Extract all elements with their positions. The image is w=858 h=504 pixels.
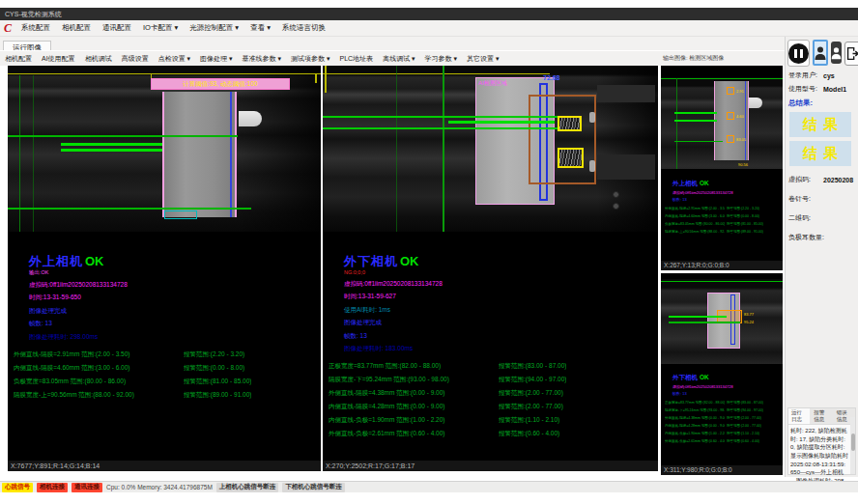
result-block-lower: 外下相机OK NG:0;0;0 虚拟码:0ff1iim2025020813313… [329, 253, 654, 443]
measure-line-green [323, 116, 558, 118]
time-line: 时间:13-31-59-650 [29, 294, 317, 302]
toolbar-item[interactable]: 基准线参数 ▾ [238, 54, 286, 64]
toolbar-item[interactable]: 相机配置 [0, 54, 37, 64]
measurement-row: 隔膜宽度-下=95.24mm 范围:(93.00 - 98.00) 报警范围:(… [665, 408, 781, 416]
log-scrollbar-thumb[interactable] [851, 434, 855, 452]
status-ok: OK [85, 254, 104, 268]
log-tab-alarm[interactable]: 报警信息 [811, 408, 832, 424]
measurement-row: 隔膜宽度-上=90.56mm 范围:(88.00 - 92.00) 报警范围:(… [14, 391, 317, 405]
measurement-text: 负极宽度=83.05mm 范围:(80.00 - 86.00) [14, 378, 180, 391]
annotation-value: 2.91 [736, 89, 744, 94]
toolbar-item[interactable]: 高级设置 [117, 54, 154, 64]
measurement-row: 隔膜宽度-上=90.56mm 范围:(88.00 - 92.00) 报警范围:(… [665, 230, 781, 238]
operator-button[interactable] [831, 42, 842, 64]
login-user-label: 登录用户: [788, 70, 823, 80]
measurement-alarm: 报警范围:(2.20 - 3.20) [727, 207, 759, 214]
exit-button[interactable] [844, 42, 858, 66]
measurement-text: 外侧直线-负极=2.61mm 范围:(0.60 - 4.00) [329, 430, 495, 443]
blue-measure-value: 72.68 [543, 74, 560, 81]
machine-bar [597, 85, 655, 102]
frame-line: 帧数: 13 [672, 391, 781, 396]
measure-line-green [661, 281, 783, 282]
toolbar-item[interactable]: 测试项参数 ▾ [286, 54, 334, 64]
measurement-text: 正极宽度=83.77mm 范围:(82.00 - 88.00) [665, 401, 725, 408]
login-user-button[interactable] [813, 40, 828, 66]
measurement-row: 负极宽度=83.05mm 范围:(80.00 - 86.00) 报警范围:(81… [14, 378, 317, 391]
threshold-overlay-label: 计算阈值:93, 动态阈值:100 [151, 78, 290, 90]
menu-item[interactable]: IO卡配置 ▾ [137, 23, 184, 33]
toolbar-item[interactable]: AI使用配置 [37, 54, 80, 64]
toolbar-item[interactable]: 点检设置 ▾ [154, 54, 195, 64]
toolbar-item[interactable]: 图像处理 ▾ [195, 54, 237, 64]
annotation-value: 95.24 [744, 320, 754, 324]
camera-view-upper[interactable]: 计算阈值:93, 动态阈值:100 外上相机OK 输出:OK 虚拟码:0ff1i… [8, 66, 321, 471]
menu-items: 系统配置相机配置通讯配置IO卡配置 ▾光源控制配置 ▾查看 ▾系统语言切换 [15, 23, 331, 33]
edge-line-blue [230, 92, 232, 217]
measure-line-green [669, 322, 740, 323]
measurement-row: 内侧直线-隔膜=4.60mm 范围:(3.00 - 6.00) 报警范围:(0.… [665, 214, 781, 222]
measurement-text: 正极宽度=83.77mm 范围:(82.00 - 88.00) [329, 362, 495, 376]
result-subline: 输出:OK [29, 269, 317, 276]
machine-bar [597, 154, 655, 180]
measure-line-green [323, 127, 558, 129]
log-tab-run[interactable]: 运行日志 [788, 408, 810, 424]
annotation-box-orange [727, 112, 734, 120]
electrode-region [162, 92, 237, 217]
baseline-tick-vertical [325, 66, 327, 93]
tabcount-row: 负极耳数量: [786, 225, 858, 244]
menu-item[interactable]: 光源控制配置 ▾ [184, 23, 244, 33]
user-icon [815, 45, 826, 61]
measurement-list: 外侧直线-隔膜=2.91mm 范围:(2.00 - 3.50) 报警范围:(2.… [14, 350, 317, 405]
annotation-value: 4.60 [736, 114, 744, 119]
heartbeat-badge: 心跳信号 [2, 483, 33, 492]
total-result-upper: 结果 [789, 112, 851, 137]
measurement-text: 外侧直线-隔膜=2.91mm 范围:(2.00 - 3.50) [14, 350, 180, 364]
elapsed-line: 图像处理耗时: 298.00ms [29, 333, 317, 342]
pause-button[interactable] [787, 40, 810, 67]
menu-item[interactable]: 系统语言切换 [276, 23, 331, 33]
measurement-alarm: 报警范围:(83.00 - 87.00) [499, 362, 566, 376]
annotation-value: 83.05 [736, 137, 746, 142]
time-line: 时间:13-31-59-627 [344, 293, 654, 301]
result-title: 外下相机OK [344, 253, 654, 270]
pixel-readout-lower: X:270;Y:2502;R:17;G:17;B:17 [323, 461, 658, 471]
menu-item[interactable]: 查看 ▾ [244, 23, 276, 33]
menu-item[interactable]: 通讯配置 [97, 23, 137, 33]
login-user-row: 登录用户: cys [786, 69, 858, 82]
barcode-line: 虚拟码:0ff1iim20250208133134728 [29, 281, 317, 290]
thumbnail-view-lower[interactable]: 83.77 95.24 外下相机OK 虚拟码:0ff1iim2025020813… [661, 273, 783, 475]
measurement-row: 隔膜宽度-下=95.24mm 范围:(93.00 - 98.00) 报警范围:(… [329, 376, 654, 389]
toolbar-item[interactable]: 学习参数 ▾ [420, 54, 462, 64]
measure-line-green [61, 143, 162, 146]
measurement-alarm: 报警范围:(89.00 - 91.00) [727, 230, 763, 238]
ai-region-label: AI检测区域 [478, 79, 507, 88]
model-row: 使用型号: Model1 [786, 82, 858, 96]
measurement-text: 内侧直线-负极=1.90mm 范围:(1.00 - 2.20) [665, 432, 725, 439]
thumbnail-view-upper[interactable]: 2.91 4.60 83.05 90.56 外上相机OK 虚拟码:0ff1iim… [661, 66, 783, 270]
machine-bolt [613, 191, 619, 198]
toolbar-item[interactable]: 其它设置 ▾ [462, 54, 503, 64]
measurement-alarm: 报警范围:(2.00 - 77.00) [499, 403, 563, 416]
camera-view-lower[interactable]: AI检测区域 72.68 外下相机OK NG:0;0;0 虚拟码:0ff1iim… [323, 66, 658, 471]
measure-line-green [8, 135, 238, 137]
measurement-row: 外侧直线-隔膜=2.91mm 范围:(2.00 - 3.50) 报警范围:(2.… [14, 350, 317, 364]
measurement-row: 外侧直线-隔膜=4.38mm 范围:(0.00 - 9.00) 报警范围:(2.… [665, 416, 781, 424]
log-scrollbar[interactable] [850, 417, 855, 474]
menu-item[interactable]: 相机配置 [56, 23, 97, 33]
toolbar-item[interactable]: PLC地址表 [335, 54, 379, 64]
measurement-row: 内侧直线-负极=1.90mm 范围:(1.00 - 2.20) 报警范围:(1.… [665, 432, 781, 439]
menu-item[interactable]: 系统配置 [15, 23, 56, 33]
tool-items: 相机配置AI使用配置相机调试高级设置点检设置 ▾图像处理 ▾基准线参数 ▾测试项… [0, 54, 504, 64]
result-title: 外上相机OK [29, 253, 317, 270]
toolbar-item[interactable]: 相机调试 [80, 54, 117, 64]
barcode-label: 虚拟码: [788, 175, 823, 184]
log-area: 运行日志 报警信息 错误信息 耗时: 222, 缺陷检测耗时: 17, 缺陷分类… [787, 407, 856, 475]
result-title: 外下相机OK [672, 374, 781, 382]
measurement-alarm: 报警范围:(2.00 - 77.00) [727, 416, 761, 424]
measure-line-green [674, 120, 717, 122]
comm-connect-badge: 通讯连接 [72, 483, 102, 492]
app-logo-icon: C [0, 21, 15, 36]
measurement-text: 隔膜宽度-下=95.24mm 范围:(93.00 - 98.00) [665, 408, 725, 416]
measurement-row: 负极宽度=83.05mm 范围:(80.00 - 86.00) 报警范围:(81… [665, 222, 781, 230]
toolbar-item[interactable]: 离线调试 ▾ [378, 54, 419, 64]
